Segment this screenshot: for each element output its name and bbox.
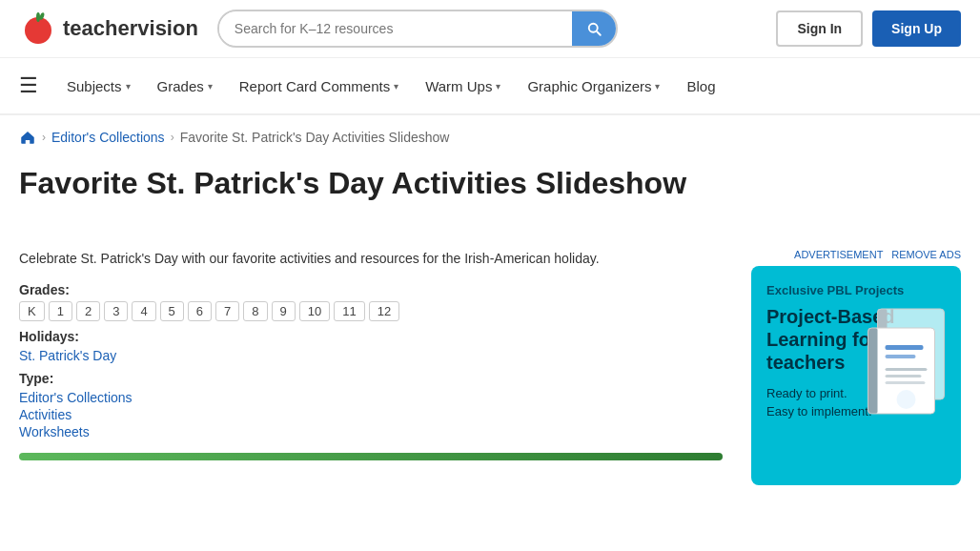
holidays-section: Holidays: St. Patrick's Day xyxy=(19,329,723,363)
search-button[interactable] xyxy=(572,11,616,46)
grade-3[interactable]: 3 xyxy=(104,301,128,321)
content-preview-bar xyxy=(19,453,723,460)
grade-4[interactable]: 4 xyxy=(132,301,155,321)
type-activities[interactable]: Activities xyxy=(19,407,723,422)
ad-book-image xyxy=(856,280,961,433)
page-title-area: Favorite St. Patrick's Day Activities Sl… xyxy=(0,155,980,230)
subjects-caret-icon: ▾ xyxy=(126,81,131,92)
sign-in-button[interactable]: Sign In xyxy=(776,10,863,47)
right-panel: ADVERTISEMENT REMOVE ADS Exclusive PBL P… xyxy=(751,249,961,485)
holiday-link[interactable]: St. Patrick's Day xyxy=(19,348,723,363)
page-title: Favorite St. Patrick's Day Activities Sl… xyxy=(19,165,961,201)
breadcrumb-editors-collections[interactable]: Editor's Collections xyxy=(51,130,165,145)
auth-buttons: Sign In Sign Up xyxy=(776,10,961,47)
nav-item-graphic-organizers[interactable]: Graphic Organizers ▾ xyxy=(514,61,673,112)
nav-item-blog[interactable]: Blog xyxy=(673,61,728,112)
grade-2[interactable]: 2 xyxy=(76,301,100,321)
nav-item-subjects[interactable]: Subjects ▾ xyxy=(53,61,144,112)
graphic-organizers-caret-icon: ▾ xyxy=(655,81,660,92)
grades-label: Grades: xyxy=(19,282,723,297)
breadcrumb: › Editor's Collections › Favorite St. Pa… xyxy=(0,115,980,155)
type-worksheets[interactable]: Worksheets xyxy=(19,424,723,439)
report-card-caret-icon: ▾ xyxy=(394,81,398,92)
breadcrumb-current-page: Favorite St. Patrick's Day Activities Sl… xyxy=(180,130,450,145)
logo-apple-icon xyxy=(19,10,57,48)
ad-card[interactable]: Exclusive PBL Projects Project-Based Lea… xyxy=(751,266,961,485)
remove-ads-link[interactable]: REMOVE ADS xyxy=(891,249,961,260)
holidays-label: Holidays: xyxy=(19,329,723,344)
logo-text: teachervision xyxy=(63,16,198,41)
warm-ups-caret-icon: ▾ xyxy=(496,81,500,92)
grades-caret-icon: ▾ xyxy=(208,81,213,92)
breadcrumb-sep-2: › xyxy=(171,131,174,144)
header: teachervision Sign In Sign Up xyxy=(0,0,980,58)
grade-5[interactable]: 5 xyxy=(160,301,184,321)
left-panel: Celebrate St. Patrick's Day with our fav… xyxy=(19,249,723,485)
svg-rect-10 xyxy=(886,355,916,358)
grade-k[interactable]: K xyxy=(19,301,45,321)
search-input[interactable] xyxy=(219,12,572,45)
home-icon xyxy=(19,129,36,146)
ad-label: ADVERTISEMENT REMOVE ADS xyxy=(751,249,961,260)
grade-8[interactable]: 8 xyxy=(243,301,267,321)
grade-list: K 1 2 3 4 5 6 7 8 9 10 11 12 xyxy=(19,301,723,321)
svg-point-1 xyxy=(36,12,40,22)
svg-rect-7 xyxy=(868,328,878,414)
svg-point-14 xyxy=(897,390,916,409)
grade-11[interactable]: 11 xyxy=(334,301,364,321)
type-label: Type: xyxy=(19,371,723,386)
svg-rect-13 xyxy=(886,381,926,384)
main-content: Celebrate St. Patrick's Day with our fav… xyxy=(0,230,980,504)
search-bar xyxy=(217,10,618,48)
grade-6[interactable]: 6 xyxy=(188,301,212,321)
svg-rect-9 xyxy=(886,345,924,350)
type-editors-collections[interactable]: Editor's Collections xyxy=(19,390,723,405)
search-icon xyxy=(585,20,602,37)
nav-item-report-card[interactable]: Report Card Comments ▾ xyxy=(226,61,412,112)
hamburger-menu[interactable]: ☰ xyxy=(19,58,53,113)
nav-bar: ☰ Subjects ▾ Grades ▾ Report Card Commen… xyxy=(0,58,980,115)
grade-1[interactable]: 1 xyxy=(49,301,72,321)
grade-12[interactable]: 12 xyxy=(369,301,399,321)
svg-rect-11 xyxy=(886,368,928,371)
page-description: Celebrate St. Patrick's Day with our fav… xyxy=(19,249,723,269)
breadcrumb-home[interactable] xyxy=(19,129,36,146)
grade-7[interactable]: 7 xyxy=(215,301,239,321)
sign-up-button[interactable]: Sign Up xyxy=(872,10,961,47)
breadcrumb-sep-1: › xyxy=(42,131,46,144)
grades-section: Grades: K 1 2 3 4 5 6 7 8 9 10 11 12 xyxy=(19,282,723,321)
type-section: Type: Editor's Collections Activities Wo… xyxy=(19,371,723,439)
svg-rect-12 xyxy=(886,375,922,378)
nav-item-warm-ups[interactable]: Warm Ups ▾ xyxy=(412,61,514,112)
grade-10[interactable]: 10 xyxy=(299,301,330,321)
nav-item-grades[interactable]: Grades ▾ xyxy=(144,61,226,112)
grade-9[interactable]: 9 xyxy=(272,301,296,321)
logo[interactable]: teachervision xyxy=(19,10,198,48)
